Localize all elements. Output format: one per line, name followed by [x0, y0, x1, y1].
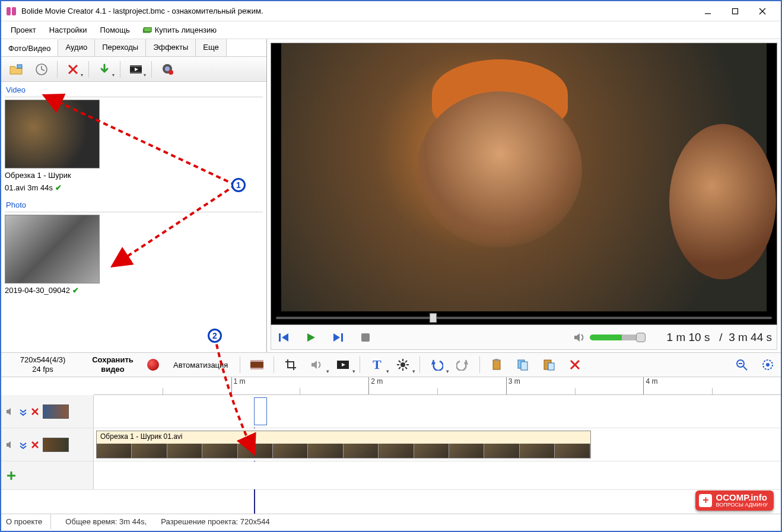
library-content[interactable]: Video Обрезка 1 - Шурик 01.avi 3m 44s ✔ …: [1, 82, 266, 352]
delete-button[interactable]: ▾: [61, 59, 85, 79]
import-button[interactable]: ▾: [93, 59, 116, 79]
track-2-body[interactable]: Обрезка 1 - Шурик 01.avi: [94, 428, 781, 461]
svg-marker-22: [282, 333, 288, 342]
collapse-icon[interactable]: [19, 407, 27, 416]
tab-transitions[interactable]: Переходы: [95, 39, 146, 56]
plus-icon: [6, 470, 17, 481]
webcam-button[interactable]: [155, 59, 179, 79]
menu-project[interactable]: Проект: [5, 24, 42, 36]
statusbar: О проекте Общее время: 3m 44s, Разрешени…: [1, 514, 781, 529]
stop-button[interactable]: [358, 330, 373, 345]
svg-line-40: [405, 367, 407, 369]
menu-buy-license[interactable]: Купить лицензию: [137, 24, 221, 36]
tab-effects[interactable]: Эффекты: [146, 39, 196, 56]
svg-rect-29: [250, 360, 263, 362]
zoom-out-button[interactable]: [729, 355, 755, 375]
svg-rect-26: [361, 333, 370, 342]
video-preview[interactable]: [271, 43, 777, 325]
svg-marker-56: [7, 408, 11, 415]
photo-clip[interactable]: [254, 397, 267, 425]
menu-settings[interactable]: Настройки: [43, 24, 93, 36]
crop-button[interactable]: [278, 355, 304, 375]
seek-thumb[interactable]: [430, 313, 437, 323]
save-video-button[interactable]: Сохранить видео: [84, 355, 141, 374]
automation-button[interactable]: Автоматизация: [165, 361, 236, 369]
project-resolution: 720x544(4/3): [1, 355, 84, 365]
watermark-plus-icon: +: [699, 494, 712, 507]
clip-menu-button[interactable]: ▾: [124, 59, 148, 79]
zoom-out-icon: [735, 358, 748, 371]
add-file-button[interactable]: [5, 59, 28, 79]
library-panel: Фото/Видео Аудио Переходы Эффекты Еще ▾ …: [1, 39, 267, 352]
undo-button[interactable]: ▾: [424, 355, 450, 375]
text-button[interactable]: T▾: [364, 355, 390, 375]
tab-more[interactable]: Еще: [196, 39, 226, 56]
watermark: + OCOMP.info ВОПРОСЫ АДМИНУ: [695, 490, 774, 511]
zoom-fit-button[interactable]: [755, 355, 781, 375]
timeline-tracks: Обрезка 1 - Шурик 01.avi: [1, 395, 781, 514]
svg-rect-25: [341, 333, 343, 342]
volume-knob[interactable]: [636, 333, 646, 342]
add-track-button[interactable]: [1, 461, 94, 489]
tab-photo-video[interactable]: Фото/Видео: [1, 39, 58, 56]
track-thumbnail: [43, 438, 69, 452]
filmstrip-button[interactable]: [244, 355, 270, 375]
video-clip[interactable]: Обрезка 1 - Шурик 01.avi: [96, 431, 591, 458]
video-menu-button[interactable]: ▾: [330, 355, 356, 375]
menu-buy-label: Купить лицензию: [155, 26, 217, 34]
volume-control[interactable]: [573, 332, 643, 343]
step-forward-button[interactable]: [330, 330, 346, 345]
history-button[interactable]: [30, 59, 53, 79]
mute-icon[interactable]: [6, 407, 15, 416]
redo-button[interactable]: [450, 355, 476, 375]
play-button[interactable]: [303, 330, 319, 345]
filmstrip-icon: [249, 358, 265, 371]
delete-x-icon: [569, 359, 581, 371]
folder-open-icon: [9, 63, 24, 76]
svg-rect-44: [495, 359, 498, 361]
svg-marker-31: [311, 361, 317, 369]
track-delete-icon[interactable]: [31, 441, 39, 449]
status-total-time: Общее время: 3m 44s,: [65, 517, 147, 526]
timeline: 1 m 2 m 3 m 4 m: [1, 377, 781, 514]
svg-line-41: [405, 361, 407, 362]
window-title: Bolide Movie Creator 4.1 - lastproject.b…: [21, 7, 263, 15]
track-delete-icon[interactable]: [31, 407, 39, 416]
svg-rect-30: [250, 368, 263, 369]
copy-button[interactable]: [510, 355, 536, 375]
volume-slider[interactable]: [590, 335, 643, 340]
close-button[interactable]: [749, 2, 776, 20]
menu-help[interactable]: Помощь: [94, 24, 136, 36]
collapse-icon[interactable]: [19, 441, 27, 449]
project-toolbar: 720x544(4/3) 24 fps Сохранить видео Авто…: [1, 352, 781, 377]
remove-button[interactable]: [562, 355, 588, 375]
money-icon: [142, 26, 152, 34]
timeline-ruler[interactable]: 1 m 2 m 3 m 4 m: [94, 377, 781, 395]
clipboard-button[interactable]: [484, 355, 510, 375]
audio-button[interactable]: ▾: [304, 355, 330, 375]
project-info: 720x544(4/3) 24 fps: [1, 355, 84, 375]
time-total: 3 m 44 s: [729, 331, 772, 343]
filmstrip-play-icon: [336, 359, 350, 371]
mute-icon[interactable]: [6, 441, 15, 449]
minimize-button[interactable]: [694, 2, 721, 20]
svg-line-39: [399, 361, 400, 362]
svg-line-52: [743, 367, 747, 370]
check-icon: ✔: [55, 183, 62, 193]
paste-button[interactable]: [536, 355, 562, 375]
svg-marker-59: [7, 441, 11, 448]
seek-bar[interactable]: [276, 315, 772, 321]
watermark-main: OCOMP.info: [716, 492, 767, 502]
tab-audio[interactable]: Аудио: [58, 39, 95, 56]
speaker-icon: [310, 359, 323, 371]
step-back-button[interactable]: [276, 330, 291, 345]
video-thumbnail[interactable]: [5, 100, 100, 168]
track-1-body[interactable]: [94, 395, 781, 428]
status-about[interactable]: О проекте: [6, 514, 51, 529]
photo-thumbnail[interactable]: [5, 215, 100, 283]
webcam-icon: [160, 63, 174, 76]
brightness-button[interactable]: ▾: [390, 355, 416, 375]
record-icon[interactable]: [147, 359, 159, 371]
maximize-button[interactable]: [721, 2, 749, 20]
text-t-icon: T: [373, 357, 382, 372]
